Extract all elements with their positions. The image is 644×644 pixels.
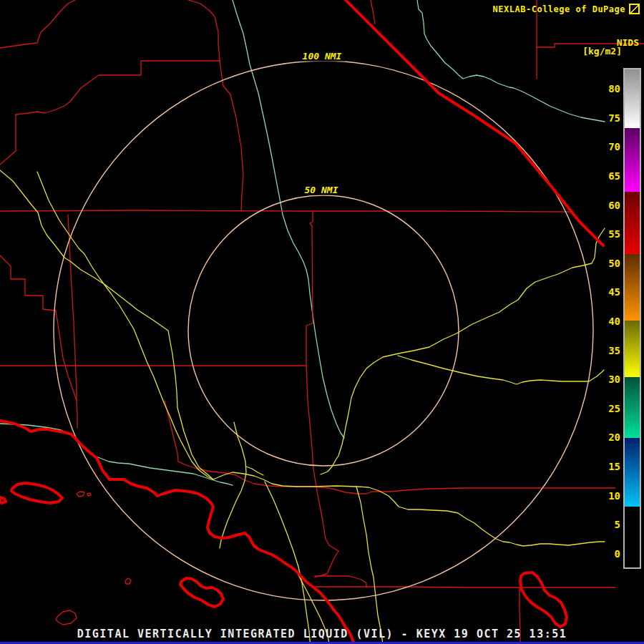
colorbar-tick-label: 0 [599, 548, 620, 560]
colorbar-tick-label: 80 [599, 83, 620, 94]
county-boundary-line [306, 212, 338, 577]
colorbar-tick-label: 30 [599, 374, 620, 385]
colorbar-tick-label: 45 [599, 286, 620, 298]
colorbar-tick-label: 20 [599, 431, 620, 443]
colorbar-segment [625, 254, 640, 321]
highway-line [246, 467, 263, 475]
colorbar-tick-label: 65 [599, 170, 620, 182]
highway-line [398, 356, 604, 384]
colorbar-segment [625, 321, 640, 377]
county-boundary-line [0, 0, 75, 48]
colorbar-tick-label: 35 [599, 345, 620, 356]
island-outline-thick [180, 578, 223, 607]
county-boundary-line [165, 401, 313, 487]
colorbar-segment [625, 377, 640, 438]
county-boundary-line [188, 0, 243, 211]
site-title-text: NEXLAB-College of DuPage [493, 4, 625, 14]
units-label: [kg/m2] [582, 46, 622, 57]
highway-line [356, 487, 605, 546]
range-ring-label-100nmi: 100 NMI [299, 51, 346, 62]
colorbar-tick-label: 75 [599, 112, 620, 124]
river-line [233, 0, 344, 438]
island-outline-thin [125, 578, 131, 584]
highway-line [265, 482, 311, 644]
island-outline-thin [77, 492, 84, 497]
river-line [0, 424, 233, 485]
highway-line [356, 487, 383, 644]
county-boundary-line [0, 210, 571, 212]
island-outline-thick [520, 572, 567, 627]
highway-line [0, 170, 213, 479]
colorbar-segment [625, 507, 640, 566]
colorbar-tick-label: 40 [599, 316, 620, 327]
colorbar-tick-label: 10 [599, 490, 620, 502]
colorbar-tick-label: 55 [599, 228, 620, 240]
colorbar [623, 68, 641, 569]
radar-map-canvas [0, 0, 644, 644]
county-boundary-line [315, 576, 366, 587]
colorbar-segment [625, 438, 640, 507]
colorbar-tick-label: 5 [599, 519, 620, 530]
island-outline-thin [87, 493, 91, 496]
county-boundary-line [0, 61, 220, 165]
county-boundary-line [315, 587, 615, 587]
flag-icon [629, 4, 640, 14]
radar-display: NEXLAB-College of DuPage NIDS [kg/m2] 80… [0, 0, 644, 644]
colorbar-segment [625, 69, 640, 128]
colorbar-tick-label: 50 [599, 258, 620, 269]
colorbar-tick-label: 60 [599, 200, 620, 211]
county-boundary-line [68, 215, 77, 428]
range-ring-label-50nmi: 50 NMI [301, 185, 342, 195]
range-ring-50nmi [188, 195, 459, 466]
site-title: NEXLAB-College of DuPage [493, 4, 640, 14]
county-boundary-line [371, 0, 375, 24]
colorbar-tick-label: 15 [599, 461, 620, 472]
island-outline-thick [0, 497, 6, 503]
colorbar-segment [625, 192, 640, 254]
colorbar-segment [625, 128, 640, 192]
island-outline-thin [56, 610, 77, 625]
product-status-text: DIGITAL VERTICALLY INTEGRATED LIQUID (VI… [0, 628, 644, 640]
colorbar-tick-label: 70 [599, 141, 620, 152]
island-outline-thick [11, 483, 62, 503]
river-line [417, 0, 605, 122]
highway-line [321, 228, 605, 474]
county-boundary-line [0, 255, 77, 401]
colorbar-tick-label: 25 [599, 403, 620, 414]
